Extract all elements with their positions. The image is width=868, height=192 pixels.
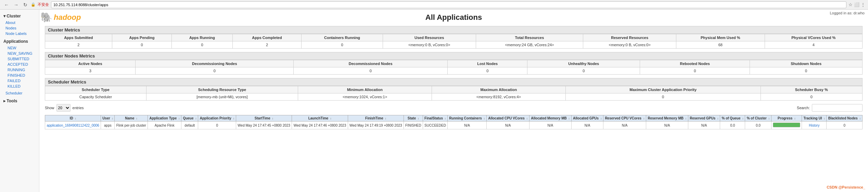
th-reserved-mem[interactable]: Reserved Memory MB ↕ xyxy=(646,115,688,121)
th-launch-time[interactable]: LaunchTime ↕ xyxy=(292,115,348,121)
sidebar-item-killed[interactable]: KILLED xyxy=(0,84,39,89)
col-scheduler-type: Scheduler Type xyxy=(45,86,146,93)
col-total-resources: Total Resources xyxy=(476,34,583,41)
forward-button[interactable]: → xyxy=(12,1,20,8)
sidebar-item-accepted[interactable]: ACCEPTED xyxy=(0,62,39,67)
val-containers-running: 0 xyxy=(302,41,383,49)
entries-select[interactable]: 20 50 100 xyxy=(56,104,71,112)
main-content: All Applications Cluster Metrics Apps Su… xyxy=(39,10,868,192)
val-apps-submitted: 2 xyxy=(45,41,112,49)
back-button[interactable]: ← xyxy=(3,1,10,8)
th-state[interactable]: State ↕ xyxy=(404,115,423,121)
search-bar: Search: xyxy=(797,104,863,112)
table-row: application_1684908112422_0006appsFlink … xyxy=(45,121,863,129)
hadoop-logo: 🐘 hadoop xyxy=(40,12,81,23)
applications-table-container: Show 20 50 100 entries Search: ID ↕ xyxy=(45,104,863,129)
th-user[interactable]: User ↕ xyxy=(101,115,115,121)
scheduler-metrics-row: Capacity Scheduler [memory-mb (unit=Mi),… xyxy=(45,93,863,101)
val-max-cluster-priority: 0 xyxy=(565,93,761,101)
applications-section: Applications NEW NEW_SAVING SUBMITTED AC… xyxy=(0,38,39,89)
col-used-resources: Used Resources xyxy=(383,34,476,41)
val-rebooted-nodes: 0 xyxy=(640,67,750,75)
app-id-link[interactable]: application_1684908112422_0006 xyxy=(47,124,99,127)
th-start-time[interactable]: StartTime ↕ xyxy=(236,115,292,121)
tools-header[interactable]: ▸ Tools xyxy=(0,97,39,105)
hadoop-text: hadoop xyxy=(54,13,81,22)
applications-table: ID ↕ User ↕ Name ↕ Application Type ↕ Qu… xyxy=(45,115,863,129)
th-alloc-gpu[interactable]: Allocated GPUs ↕ xyxy=(571,115,603,121)
cluster-nodes-metrics-table: Active Nodes Decommissioning Nodes Decom… xyxy=(45,60,863,75)
val-shutdown-nodes: 0 xyxy=(750,67,863,75)
scheduler-section: Scheduler xyxy=(0,90,39,96)
col-min-allocation: Minimum Allocation xyxy=(298,86,432,93)
watermark: CSDN @Persistence_ xyxy=(827,185,865,189)
search-input[interactable] xyxy=(812,104,863,112)
th-name[interactable]: Name ↕ xyxy=(115,115,148,121)
val-decommissioning-nodes: 0 xyxy=(136,67,294,75)
th-finish-time[interactable]: FinishTime ↕ xyxy=(348,115,404,121)
val-reserved-resources: <memory:0 B, vCores:0> xyxy=(583,41,676,49)
sidebar-item-nodes[interactable]: Nodes xyxy=(0,25,39,31)
cluster-section: ▾ Cluster About Nodes Node Labels xyxy=(0,12,39,36)
th-id[interactable]: ID ↕ xyxy=(45,115,101,121)
th-reserved-cpu[interactable]: Reserved CPU VCores ↕ xyxy=(603,115,646,121)
th-alloc-mem[interactable]: Allocated Memory MB ↕ xyxy=(529,115,572,121)
th-reserved-gpu[interactable]: Reserved GPUs ↕ xyxy=(688,115,720,121)
th-blacklisted[interactable]: Blacklisted Nodes ↕ xyxy=(827,115,863,121)
sidebar-item-submitted[interactable]: SUBMITTED xyxy=(0,56,39,62)
th-running-containers[interactable]: Running Containers ↕ xyxy=(448,115,487,121)
th-progress[interactable]: Progress ↕ xyxy=(771,115,802,121)
table-header-row: ID ↕ User ↕ Name ↕ Application Type ↕ Qu… xyxy=(45,115,863,121)
sidebar-item-scheduler[interactable]: Scheduler xyxy=(0,90,39,96)
bookmark-icon[interactable]: ☆ xyxy=(848,2,853,7)
tools-section: ▸ Tools xyxy=(0,97,39,105)
sidebar-item-failed[interactable]: FAILED xyxy=(0,78,39,84)
extensions-icon[interactable]: ⬜ xyxy=(854,2,859,7)
sidebar-item-new[interactable]: NEW xyxy=(0,45,39,51)
val-scheduler-busy: 0 xyxy=(761,93,862,101)
val-lost-nodes: 0 xyxy=(448,67,527,75)
security-warning: 🔒 xyxy=(31,2,36,7)
col-max-cluster-priority: Maximum Cluster Application Priority xyxy=(565,86,761,93)
val-scheduling-resource-type: [memory-mb (unit=Mi), vcores] xyxy=(146,93,298,101)
col-decommissioned-nodes: Decommissioned Nodes xyxy=(294,60,448,67)
entries-label: entries xyxy=(73,106,84,110)
scheduler-metrics-title: Scheduler Metrics xyxy=(45,78,863,86)
cluster-header[interactable]: ▾ Cluster xyxy=(0,12,39,20)
col-phys-vcores: Physical VCores Used % xyxy=(765,34,863,41)
th-alloc-cpu[interactable]: Allocated CPU VCores ↕ xyxy=(486,115,529,121)
sidebar-item-running[interactable]: RUNNING xyxy=(0,67,39,73)
val-min-allocation: <memory:1024, vCores:1> xyxy=(298,93,432,101)
cluster-metrics-table: Apps Submitted Apps Pending Apps Running… xyxy=(45,34,863,49)
reload-button[interactable]: ↻ xyxy=(22,1,29,8)
cluster-metrics-title: Cluster Metrics xyxy=(45,26,863,34)
tracking-ui-link[interactable]: History xyxy=(809,124,819,127)
th-final-status[interactable]: FinalStatus ↕ xyxy=(423,115,447,121)
sidebar-item-finished[interactable]: FINISHED xyxy=(0,73,39,78)
th-pct-queue[interactable]: % of Queue ↕ xyxy=(720,115,745,121)
th-tracking-ui[interactable]: Tracking UI ↕ xyxy=(802,115,827,121)
th-pct-cluster[interactable]: % of Cluster ↕ xyxy=(745,115,771,121)
val-decommissioned-nodes: 0 xyxy=(294,67,448,75)
col-active-nodes: Active Nodes xyxy=(45,60,136,67)
browser-icons: ☆ ⬜ ⋮ xyxy=(848,2,865,7)
th-priority[interactable]: Application Priority ↕ xyxy=(198,115,236,121)
val-apps-running: 0 xyxy=(172,41,232,49)
url-bar[interactable] xyxy=(51,1,846,8)
col-apps-completed: Apps Completed xyxy=(232,34,302,41)
col-reserved-resources: Reserved Resources xyxy=(583,34,676,41)
col-containers-running: Containers Running xyxy=(302,34,383,41)
sidebar-item-node-labels[interactable]: Node Labels xyxy=(0,31,39,36)
col-scheduling-resource-type: Scheduling Resource Type xyxy=(146,86,298,93)
search-label: Search: xyxy=(797,106,810,110)
security-text: 不安全 xyxy=(38,2,49,7)
th-queue[interactable]: Queue ↕ xyxy=(181,115,198,121)
menu-icon[interactable]: ⋮ xyxy=(861,2,865,7)
val-apps-pending: 0 xyxy=(112,41,172,49)
sidebar-item-new-saving[interactable]: NEW_SAVING xyxy=(0,51,39,56)
scheduler-metrics-table: Scheduler Type Scheduling Resource Type … xyxy=(45,86,863,101)
th-app-type[interactable]: Application Type ↕ xyxy=(148,115,181,121)
sidebar-item-about[interactable]: About xyxy=(0,20,39,25)
show-entries: Show 20 50 100 entries xyxy=(45,104,84,112)
val-phys-mem: 68 xyxy=(676,41,765,49)
